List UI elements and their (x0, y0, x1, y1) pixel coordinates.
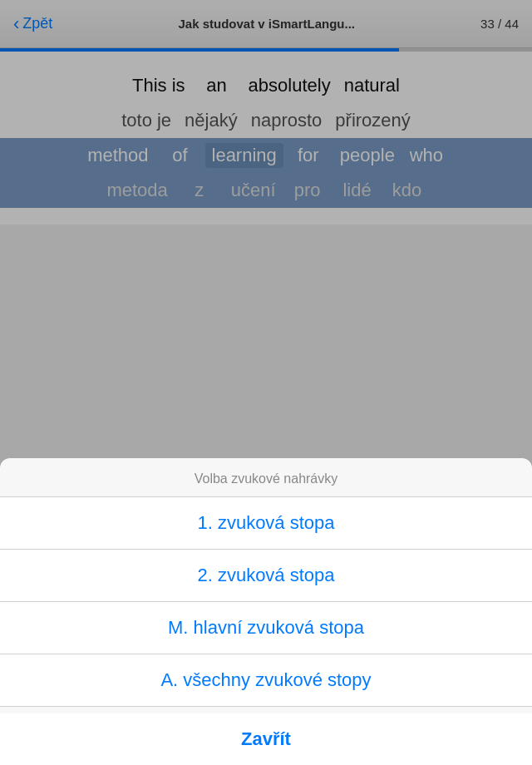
audio-option-1[interactable]: 1. zvuková stopa (0, 497, 532, 550)
audio-option-2[interactable]: 2. zvuková stopa (0, 550, 532, 602)
audio-option-all[interactable]: A. všechny zvukové stopy (0, 654, 532, 707)
modal-overlay: Volba zvukové nahrávky 1. zvuková stopa … (0, 0, 532, 765)
audio-option-main[interactable]: M. hlavní zvuková stopa (0, 602, 532, 654)
audio-selection-sheet: Volba zvukové nahrávky 1. zvuková stopa … (0, 458, 532, 765)
sheet-title: Volba zvukové nahrávky (0, 458, 532, 497)
close-button[interactable]: Zavřít (0, 713, 532, 765)
